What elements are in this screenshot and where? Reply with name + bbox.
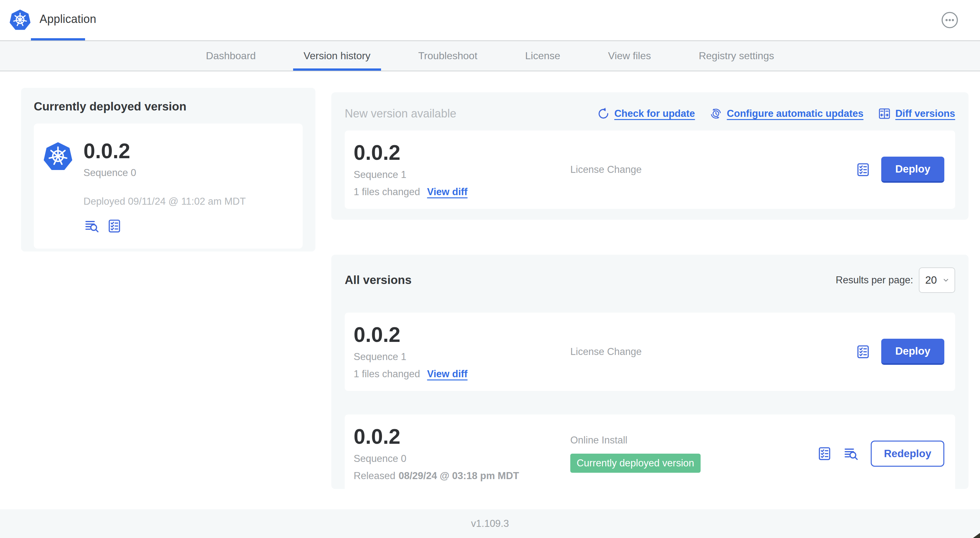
currently-deployed-badge: Currently deployed version	[570, 454, 701, 473]
tab-troubleshoot[interactable]: Troubleshoot	[395, 41, 501, 71]
preflight-checks-icon	[856, 344, 870, 359]
preflight-checks-button[interactable]	[817, 446, 832, 461]
deploy-button[interactable]: Deploy	[881, 157, 944, 183]
tab-label: Dashboard	[206, 50, 256, 62]
new-version-actions: Check for update Configure automatic upd…	[597, 107, 955, 120]
version-info: 0.0.2 Sequence 1 1 files changed View di…	[354, 142, 570, 197]
preflight-checks-button[interactable]	[107, 219, 122, 233]
diff-icon	[878, 107, 891, 120]
tab-view-files[interactable]: View files	[584, 41, 675, 71]
sequence-label: Sequence 1	[354, 351, 570, 363]
sequence-label: Sequence 1	[354, 169, 570, 181]
version-status: Online Install Currently deployed versio…	[570, 435, 817, 473]
tab-license[interactable]: License	[501, 41, 584, 71]
deployed-panel-title: Currently deployed version	[34, 100, 303, 113]
deployed-timestamp: Deployed 09/11/24 @ 11:02 am MDT	[83, 196, 246, 207]
version-info: 0.0.2 Sequence 0 Released08/29/24 @ 03:1…	[354, 425, 570, 481]
kubernetes-app-icon	[43, 141, 73, 172]
app-header: Application	[0, 0, 980, 40]
preflight-checks-icon	[817, 446, 832, 461]
version-info: 0.0.2 Sequence 1 1 files changed View di…	[354, 324, 570, 379]
tab-label: Troubleshoot	[418, 50, 477, 62]
version-number: 0.0.2	[354, 324, 570, 346]
all-versions-title: All versions	[345, 273, 412, 287]
files-changed-label: 1 files changed	[354, 368, 420, 380]
refresh-icon	[597, 107, 610, 120]
install-type-label: Online Install	[570, 435, 817, 446]
new-version-section: New version available Check for update C…	[331, 92, 969, 220]
tab-registry-settings[interactable]: Registry settings	[675, 41, 798, 71]
view-diff-link[interactable]: View diff	[427, 368, 468, 380]
results-per-page-value: 20	[925, 274, 937, 286]
configure-automatic-updates-link[interactable]: Configure automatic updates	[710, 107, 863, 120]
auto-update-clock-icon	[710, 107, 722, 120]
version-number: 0.0.2	[354, 142, 570, 163]
app-title: Application	[40, 0, 96, 38]
chevron-down-icon	[942, 276, 950, 284]
release-notes-label: License Change	[570, 346, 856, 357]
tab-label: View files	[608, 50, 651, 62]
deployed-version-details: 0.0.2 Sequence 0 Deployed 09/11/24 @ 11:…	[83, 140, 246, 233]
deploy-logs-button[interactable]	[843, 446, 860, 461]
released-timestamp: Released08/29/24 @ 03:18 pm MDT	[354, 470, 570, 482]
release-notes-label: License Change	[570, 164, 856, 175]
view-diff-link[interactable]: View diff	[427, 186, 468, 198]
version-status: License Change	[570, 346, 856, 357]
preflight-checks-button[interactable]	[856, 344, 870, 359]
kubernetes-logo-icon	[9, 9, 31, 31]
app-screen: Application Dashboard Version history Tr…	[0, 0, 980, 538]
new-version-title: New version available	[345, 107, 456, 120]
preflight-checks-icon	[107, 219, 122, 233]
tab-bar: Dashboard Version history Troubleshoot L…	[0, 40, 980, 71]
tab-label: Registry settings	[699, 50, 774, 62]
active-tab-underline	[293, 68, 381, 71]
results-per-page-label: Results per page:	[836, 275, 913, 286]
sequence-label: Sequence 0	[83, 167, 246, 179]
app-footer: v1.109.3	[0, 509, 980, 538]
tab-label: Version history	[304, 50, 371, 62]
tab-label: License	[525, 50, 560, 62]
preflight-checks-icon	[856, 162, 870, 177]
version-number: 0.0.2	[83, 140, 246, 162]
version-row: 0.0.2 Sequence 0 Released08/29/24 @ 03:1…	[345, 414, 955, 493]
version-number: 0.0.2	[354, 425, 570, 448]
deploy-logs-icon	[83, 219, 101, 233]
version-row: 0.0.2 Sequence 1 1 files changed View di…	[345, 313, 955, 391]
app-title-active-underline	[31, 38, 85, 40]
diff-versions-link[interactable]: Diff versions	[878, 107, 955, 120]
overflow-menu-button[interactable]	[941, 11, 958, 29]
new-version-card: 0.0.2 Sequence 1 1 files changed View di…	[345, 130, 955, 209]
files-changed-label: 1 files changed	[354, 186, 420, 198]
sequence-label: Sequence 0	[354, 453, 570, 465]
check-for-update-link[interactable]: Check for update	[597, 107, 695, 120]
version-status: License Change	[570, 164, 856, 175]
deploy-logs-icon	[843, 446, 860, 461]
console-version-label: v1.109.3	[471, 518, 509, 529]
redeploy-button[interactable]: Redeploy	[871, 441, 944, 467]
currently-deployed-panel: Currently deployed version 0.0.2 Sequenc…	[21, 88, 315, 251]
deployed-version-card: 0.0.2 Sequence 0 Deployed 09/11/24 @ 11:…	[34, 124, 303, 249]
preflight-checks-button[interactable]	[856, 162, 870, 177]
results-per-page-select[interactable]: 20	[919, 267, 955, 293]
tab-version-history[interactable]: Version history	[280, 41, 395, 71]
ellipsis-icon	[941, 11, 958, 29]
all-versions-section: All versions Results per page: 20 0.0.2 …	[331, 255, 969, 489]
deploy-button[interactable]: Deploy	[881, 339, 944, 365]
tab-dashboard[interactable]: Dashboard	[182, 41, 280, 71]
deploy-logs-button[interactable]	[83, 219, 101, 233]
